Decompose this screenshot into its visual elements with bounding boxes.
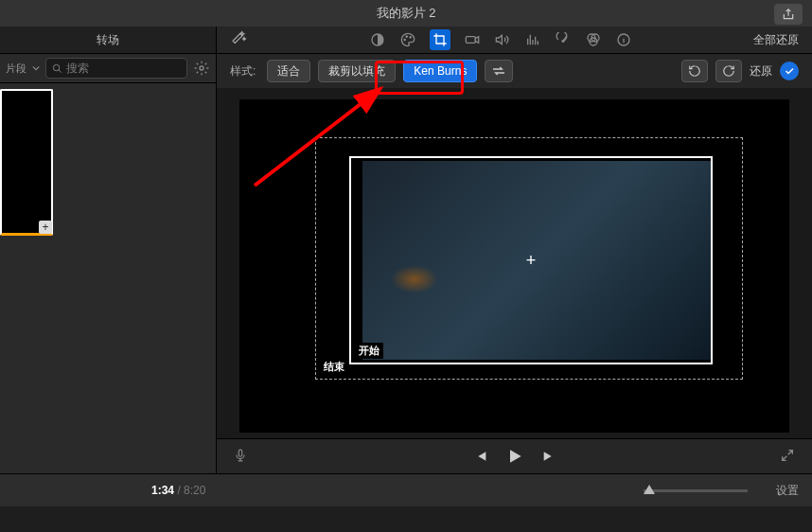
- revert-button[interactable]: 还原: [750, 63, 772, 80]
- filter-tab[interactable]: [585, 31, 602, 48]
- add-clip-button[interactable]: +: [39, 221, 52, 234]
- svg-point-0: [53, 64, 59, 70]
- swap-start-end-button[interactable]: [485, 60, 513, 82]
- mic-icon: [234, 447, 247, 464]
- transitions-tab[interactable]: 转场: [0, 27, 216, 54]
- svg-point-3: [404, 39, 405, 40]
- svg-point-4: [406, 36, 407, 37]
- svg-rect-14: [238, 450, 242, 456]
- search-icon: [52, 63, 62, 74]
- noise-reduction-tab[interactable]: [524, 31, 541, 48]
- contrast-icon: [370, 32, 385, 47]
- chevron-down-icon[interactable]: [32, 64, 40, 72]
- crop-tab[interactable]: [430, 29, 450, 50]
- filter-icon: [586, 32, 601, 47]
- play-icon[interactable]: [505, 447, 524, 466]
- corner-handle-tl[interactable]: [349, 156, 364, 171]
- voiceover-button[interactable]: [234, 447, 247, 467]
- crop-style-row: 样式: 适合 裁剪以填充 Ken Burns 还原: [217, 54, 812, 88]
- rotate-cw-button[interactable]: [715, 60, 742, 82]
- info-tab[interactable]: [615, 31, 632, 48]
- right-panel: 全部还原 样式: 适合 裁剪以填充 Ken Burns 还原: [217, 27, 812, 473]
- audio-icon: [495, 32, 510, 47]
- color-correction-tab[interactable]: [399, 31, 416, 48]
- plus-icon: +: [42, 221, 48, 234]
- wand-icon: [230, 30, 247, 47]
- check-icon: [784, 65, 795, 77]
- rotate-ccw-icon: [688, 64, 701, 78]
- segment-label: 片段: [6, 62, 26, 76]
- volume-tab[interactable]: [494, 31, 511, 48]
- expand-icon: [780, 448, 795, 463]
- start-label: 开始: [355, 343, 383, 359]
- prev-icon[interactable]: [473, 449, 488, 464]
- search-row: 片段 搜索: [0, 54, 216, 83]
- crop-icon: [432, 32, 448, 47]
- titlebar: 我的影片 2: [0, 0, 812, 27]
- stabilization-tab[interactable]: [464, 31, 481, 48]
- search-input[interactable]: 搜索: [45, 58, 187, 79]
- current-time: 1:34: [151, 484, 174, 497]
- info-icon: [616, 32, 631, 47]
- palette-icon: [400, 32, 415, 47]
- zoom-track[interactable]: [644, 489, 748, 492]
- duration: / 8:20: [177, 484, 205, 497]
- color-balance-tab[interactable]: [369, 31, 386, 48]
- tab-label: 转场: [97, 32, 119, 48]
- swap-icon: [491, 65, 506, 77]
- fullscreen-button[interactable]: [780, 448, 795, 466]
- clip-browser: +: [0, 83, 216, 473]
- clip-thumbnail[interactable]: +: [0, 89, 53, 236]
- speed-icon: [556, 32, 571, 47]
- ken-burns-start-frame[interactable]: + 开始: [349, 156, 713, 364]
- time-display: 1:34 / 8:20: [151, 484, 205, 497]
- playback-controls: [473, 447, 556, 466]
- main-area: 转场 片段 搜索 +: [0, 27, 812, 473]
- zoom-handle[interactable]: [644, 485, 655, 494]
- fit-button[interactable]: 适合: [267, 60, 310, 82]
- corner-handle-tr[interactable]: [697, 156, 713, 171]
- auto-enhance[interactable]: [230, 30, 247, 50]
- eq-icon: [525, 32, 540, 47]
- style-label: 样式:: [230, 63, 256, 80]
- timeline-bar: 1:34 / 8:20 设置: [0, 473, 812, 506]
- inspector-toolbar: 全部还原: [217, 27, 812, 54]
- corner-handle-br[interactable]: [697, 349, 713, 364]
- svg-point-7: [562, 40, 564, 42]
- rotate-cw-icon: [722, 64, 735, 78]
- preview-viewer[interactable]: 结束 + 开始: [239, 99, 789, 433]
- crosshair-icon: +: [526, 251, 537, 271]
- transport-bar: [217, 438, 812, 473]
- share-icon: [782, 8, 795, 21]
- left-panel: 转场 片段 搜索 +: [0, 27, 217, 473]
- rotate-ccw-button[interactable]: [681, 60, 708, 82]
- search-placeholder: 搜索: [66, 61, 89, 77]
- ken-burns-button[interactable]: Ken Burns: [403, 60, 477, 82]
- gear-icon: [194, 61, 209, 76]
- settings-gear[interactable]: [193, 60, 210, 77]
- end-label: 结束: [320, 359, 348, 375]
- svg-point-1: [200, 66, 203, 70]
- revert-all-button[interactable]: 全部还原: [753, 32, 799, 48]
- settings-button[interactable]: 设置: [776, 483, 799, 499]
- svg-rect-6: [466, 37, 475, 44]
- zoom-slider[interactable]: [644, 489, 748, 492]
- speed-tab[interactable]: [555, 31, 572, 48]
- share-button[interactable]: [774, 4, 803, 25]
- camera-icon: [465, 32, 480, 47]
- crop-fill-button[interactable]: 裁剪以填充: [318, 60, 396, 82]
- next-icon[interactable]: [541, 449, 556, 464]
- svg-point-5: [410, 37, 411, 38]
- apply-button[interactable]: [780, 62, 799, 80]
- project-title: 我的影片 2: [377, 5, 436, 22]
- inspector-tabs: [369, 29, 632, 50]
